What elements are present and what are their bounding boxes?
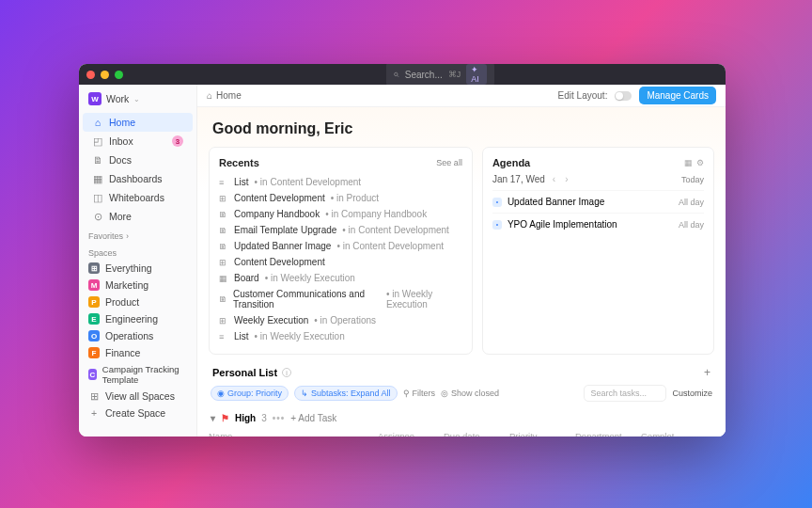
sidebar-item-label: Home bbox=[109, 117, 135, 128]
today-button[interactable]: Today bbox=[681, 175, 704, 184]
space-color: P bbox=[88, 296, 100, 308]
space-operations[interactable]: OOperations bbox=[79, 327, 196, 344]
subtasks-icon: ↳ bbox=[301, 389, 308, 398]
space-finance[interactable]: FFinance bbox=[79, 344, 196, 361]
dashboards-icon: ▦ bbox=[92, 173, 103, 184]
add-card-button[interactable]: + bbox=[704, 366, 710, 379]
item-type-icon: ≡ bbox=[219, 178, 228, 187]
inbox-count: 3 bbox=[172, 135, 183, 147]
maximize-icon[interactable] bbox=[115, 71, 123, 79]
sidebar-item-inbox[interactable]: ◰Inbox3 bbox=[83, 132, 193, 151]
traffic-lights[interactable] bbox=[86, 71, 123, 79]
space-label: Engineering bbox=[105, 313, 158, 325]
space-color: O bbox=[88, 330, 100, 341]
chevron-down-icon: ⌄ bbox=[133, 95, 140, 103]
calendar-icon[interactable]: ▦ bbox=[684, 158, 693, 167]
sidebar-item-label: Dashboards bbox=[109, 173, 163, 184]
breadcrumb[interactable]: ⌂Home bbox=[207, 90, 242, 101]
sidebar-item-more[interactable]: ⊙More bbox=[83, 207, 193, 226]
manage-cards-button[interactable]: Manage Cards bbox=[639, 87, 716, 104]
add-task-button[interactable]: + Add Task bbox=[290, 413, 336, 423]
prev-day[interactable]: ‹ bbox=[551, 174, 557, 184]
workspace-name: Work bbox=[106, 93, 129, 104]
item-type-icon: 🗎 bbox=[219, 210, 228, 219]
agenda-label: YPO Agile Implementation bbox=[508, 219, 617, 230]
svg-point-0 bbox=[395, 72, 398, 75]
subtasks-chip[interactable]: ↳Subtasks: Expand All bbox=[294, 386, 398, 401]
item-label: Weekly Execution bbox=[234, 315, 308, 325]
space-product[interactable]: PProduct bbox=[79, 294, 196, 310]
global-search[interactable]: Search... ⌘J ✦ AI bbox=[386, 64, 494, 87]
more-icon: ⊙ bbox=[92, 211, 103, 222]
view-all-spaces[interactable]: ⊞View all Spaces bbox=[79, 388, 196, 405]
ai-chip[interactable]: ✦ AI bbox=[466, 64, 487, 85]
recent-item[interactable]: 🗎Updated Banner Image • in Content Devel… bbox=[219, 238, 462, 254]
recent-item[interactable]: ⊞Weekly Execution • in Operations bbox=[219, 312, 462, 328]
chevron-down-icon: ▾ bbox=[211, 413, 215, 423]
item-location: • in Weekly Execution bbox=[386, 289, 462, 310]
workspace-selector[interactable]: W Work ⌄ bbox=[79, 85, 196, 113]
sidebar: W Work ⌄ ⌂Home ◰Inbox3 🗎Docs ▦Dashboards… bbox=[79, 85, 197, 437]
item-type-icon: ⊞ bbox=[219, 194, 228, 203]
see-all-link[interactable]: See all bbox=[436, 158, 462, 167]
chevron-right-icon: › bbox=[126, 231, 129, 241]
sidebar-item-label: Whiteboards bbox=[109, 192, 164, 203]
create-space[interactable]: +Create Space bbox=[79, 405, 196, 421]
recent-item[interactable]: ⊞Content Development bbox=[219, 254, 462, 270]
sidebar-item-docs[interactable]: 🗎Docs bbox=[83, 151, 193, 169]
filters-button[interactable]: ⚲Filters bbox=[403, 389, 436, 398]
space-label: Finance bbox=[105, 347, 140, 358]
sidebar-item-whiteboards[interactable]: ◫Whiteboards bbox=[83, 188, 193, 207]
tasks-table: NameAssigneeDue datePriorityDepartmentCo… bbox=[209, 429, 714, 437]
edit-layout-toggle[interactable] bbox=[615, 91, 632, 101]
item-label: Customer Communications and Transition bbox=[233, 289, 381, 310]
group-chip[interactable]: ◉Group: Priority bbox=[211, 386, 289, 401]
favorites-section-label[interactable]: Favorites› bbox=[79, 226, 196, 243]
search-icon bbox=[394, 71, 399, 79]
item-location: • in Weekly Execution bbox=[265, 273, 355, 283]
info-icon[interactable]: i bbox=[282, 368, 291, 377]
sidebar-item-dashboards[interactable]: ▦Dashboards bbox=[83, 169, 193, 188]
recent-item[interactable]: ≡List • in Weekly Execution bbox=[219, 328, 462, 344]
priority-group-row[interactable]: ▾ ⚑ High 3 ••• + Add Task bbox=[209, 407, 714, 429]
task-search-input[interactable]: Search tasks... bbox=[584, 385, 666, 402]
agenda-date-row: Jan 17, Wed ‹ › Today bbox=[492, 174, 704, 184]
agenda-item[interactable]: •YPO Agile ImplementationAll day bbox=[492, 213, 704, 235]
space-label: Create Space bbox=[105, 407, 165, 419]
next-day[interactable]: › bbox=[563, 174, 570, 184]
item-type-icon: 🗎 bbox=[219, 226, 228, 235]
gear-icon[interactable]: ⚙ bbox=[696, 158, 704, 167]
recent-item[interactable]: 🗎Company Handbook • in Company Handbook bbox=[219, 206, 462, 222]
item-location: • in Company Handbook bbox=[325, 209, 427, 219]
sidebar-item-home[interactable]: ⌂Home bbox=[83, 113, 193, 132]
minimize-icon[interactable] bbox=[101, 71, 109, 79]
recent-item[interactable]: 🗎Email Template Upgrade • in Content Dev… bbox=[219, 222, 462, 238]
group-name: High bbox=[235, 413, 256, 423]
agenda-label: Updated Banner Image bbox=[508, 197, 604, 207]
customize-button[interactable]: Customize bbox=[672, 389, 712, 398]
flag-icon: ⚑ bbox=[221, 413, 229, 423]
card-title: Agenda bbox=[492, 157, 530, 168]
recent-item[interactable]: 🗎Customer Communications and Transition … bbox=[219, 286, 462, 312]
show-closed-button[interactable]: ◎Show closed bbox=[441, 389, 499, 398]
topbar: ⌂Home Edit Layout: Manage Cards bbox=[197, 85, 726, 107]
space-engineering[interactable]: EEngineering bbox=[79, 310, 196, 327]
spaces-section-label: Spaces bbox=[79, 243, 196, 260]
item-label: Company Handbook bbox=[234, 209, 320, 219]
space-everything[interactable]: ⊞Everything bbox=[79, 260, 196, 277]
recent-item[interactable]: ≡List • in Content Development bbox=[219, 174, 462, 190]
item-location: • in Product bbox=[331, 193, 379, 203]
item-location: • in Weekly Execution bbox=[255, 331, 345, 341]
recent-item[interactable]: ▦Board • in Weekly Execution bbox=[219, 270, 462, 286]
personal-list-header: Personal List i + bbox=[209, 355, 714, 385]
space-marketing[interactable]: MMarketing bbox=[79, 277, 196, 294]
recent-item[interactable]: ⊞Content Development • in Product bbox=[219, 190, 462, 206]
greeting: Good morning, Eric bbox=[209, 107, 714, 147]
agenda-item[interactable]: •Updated Banner ImageAll day bbox=[492, 190, 704, 213]
item-location: • in Content Development bbox=[342, 225, 449, 235]
content-scroll[interactable]: Good morning, Eric Recents See all ≡List… bbox=[197, 107, 726, 437]
search-placeholder: Search... bbox=[405, 70, 443, 80]
group-menu[interactable]: ••• bbox=[273, 413, 286, 423]
close-icon[interactable] bbox=[86, 71, 95, 79]
space-campaign[interactable]: CCampaign Tracking Template bbox=[79, 361, 196, 388]
